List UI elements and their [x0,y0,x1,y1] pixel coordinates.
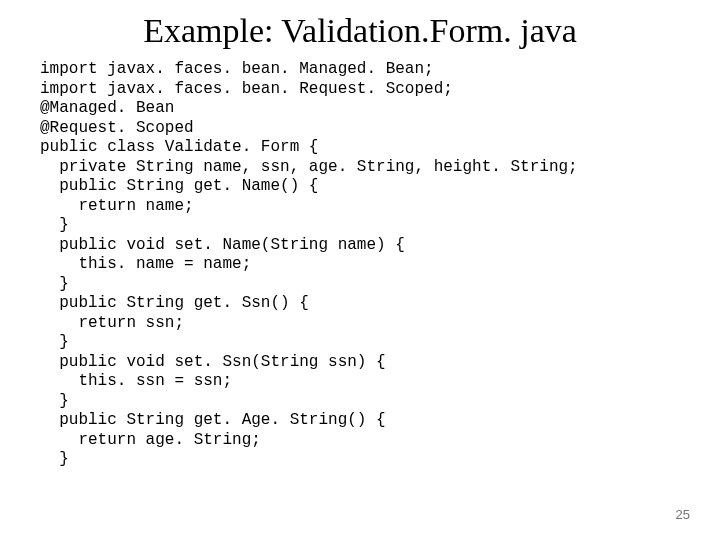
slide: Example: Validation.Form. java import ja… [0,0,720,540]
slide-title: Example: Validation.Form. java [40,12,680,50]
page-number: 25 [676,507,690,522]
code-block: import javax. faces. bean. Managed. Bean… [40,60,680,470]
